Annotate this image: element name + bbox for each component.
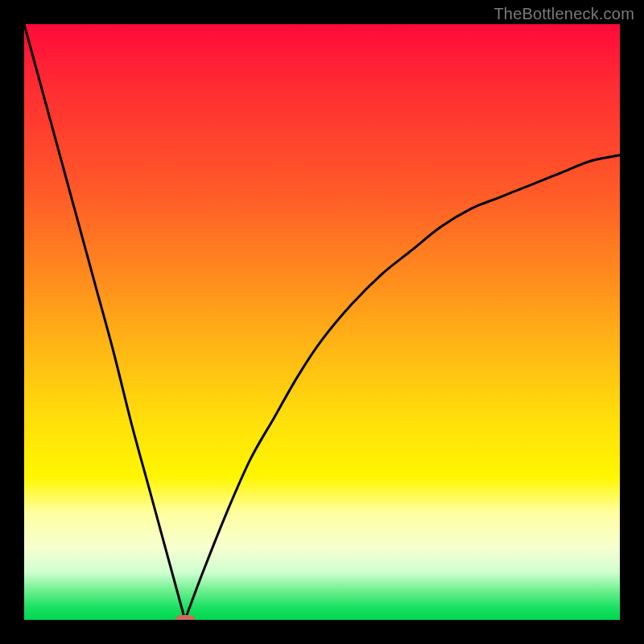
watermark-text: TheBottleneck.com bbox=[493, 5, 634, 23]
plot-area bbox=[24, 24, 620, 620]
bottleneck-curve bbox=[24, 24, 620, 620]
minimum-marker bbox=[175, 615, 195, 620]
chart-frame: TheBottleneck.com bbox=[0, 0, 644, 644]
